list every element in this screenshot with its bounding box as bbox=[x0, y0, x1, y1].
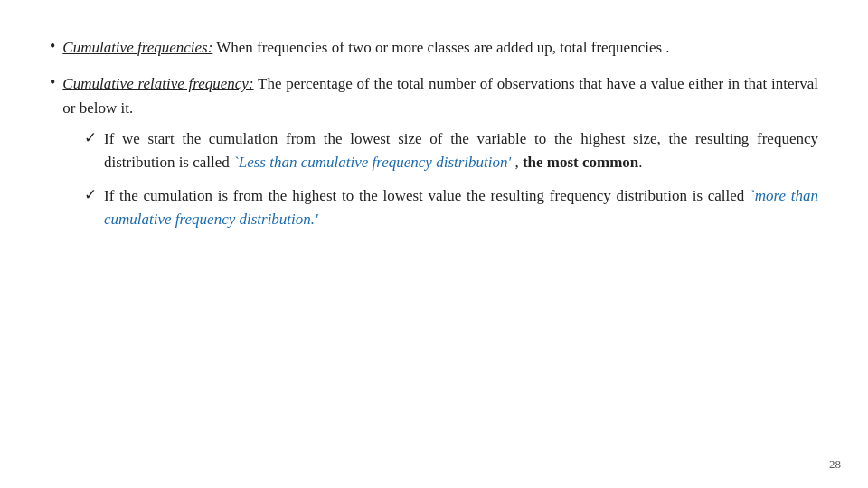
bullet-1-text: Cumulative frequencies: When frequencies… bbox=[62, 36, 669, 60]
sub-bullet-1-text: If we start the cumulation from the lowe… bbox=[104, 127, 818, 175]
check-icon-1: ✓ bbox=[84, 128, 97, 147]
sub1-comma: , bbox=[511, 154, 523, 171]
sub-bullet-1: ✓ If we start the cumulation from the lo… bbox=[84, 127, 818, 175]
sub1-bold: the most common bbox=[523, 154, 638, 171]
term-cumulative-freq: Cumulative frequencies: bbox=[62, 39, 212, 56]
bullet-dot-2: • bbox=[50, 73, 55, 92]
sub1-highlight: `Less than cumulative frequency distribu… bbox=[233, 154, 511, 171]
check-icon-2: ✓ bbox=[84, 185, 97, 204]
sub1-end: . bbox=[638, 154, 642, 171]
bullet-2: • Cumulative relative frequency: The per… bbox=[50, 72, 818, 120]
page-number: 28 bbox=[829, 457, 841, 472]
bullet-2-text: Cumulative relative frequency: The perce… bbox=[62, 72, 818, 120]
bullet-1-section: • Cumulative frequencies: When frequenci… bbox=[50, 36, 818, 60]
slide: • Cumulative frequencies: When frequenci… bbox=[0, 0, 868, 488]
term-cumulative-rel-freq: Cumulative relative frequency: bbox=[62, 75, 253, 92]
sub-bullets-container: ✓ If we start the cumulation from the lo… bbox=[84, 127, 818, 231]
sub-bullet-2-text: If the cumulation is from the highest to… bbox=[104, 184, 818, 232]
bullet-dot-1: • bbox=[50, 37, 55, 56]
bullet-2-section: • Cumulative relative frequency: The per… bbox=[50, 72, 818, 231]
sub-bullet-2: ✓ If the cumulation is from the highest … bbox=[84, 184, 818, 232]
bullet-1: • Cumulative frequencies: When frequenci… bbox=[50, 36, 818, 60]
bullet-1-body: When frequencies of two or more classes … bbox=[216, 39, 669, 56]
sub2-before: If the cumulation is from the highest to… bbox=[104, 187, 750, 204]
